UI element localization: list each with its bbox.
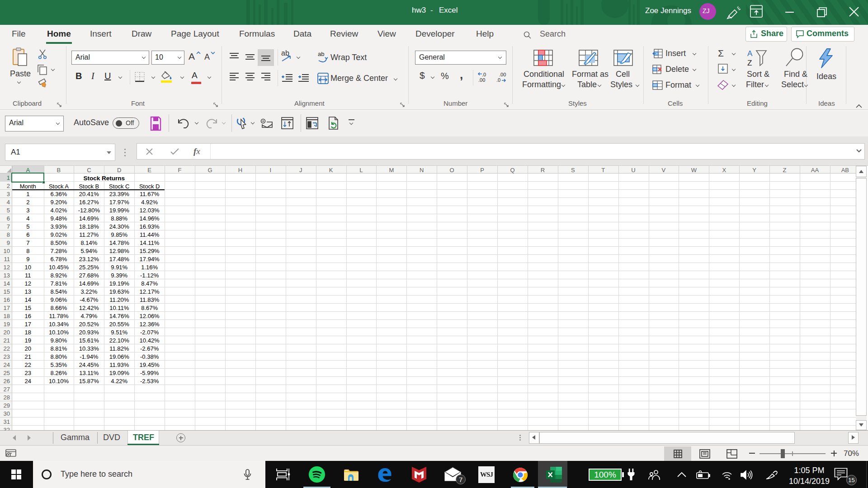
svg-text:.0: .0 xyxy=(496,77,500,83)
svg-text:.00: .00 xyxy=(478,77,485,83)
svg-text:ab: ab xyxy=(318,51,324,57)
svg-text:Z: Z xyxy=(747,59,752,67)
svg-text:.00: .00 xyxy=(499,72,506,77)
svg-text:.0: .0 xyxy=(482,72,486,77)
svg-text:A: A xyxy=(747,49,753,58)
